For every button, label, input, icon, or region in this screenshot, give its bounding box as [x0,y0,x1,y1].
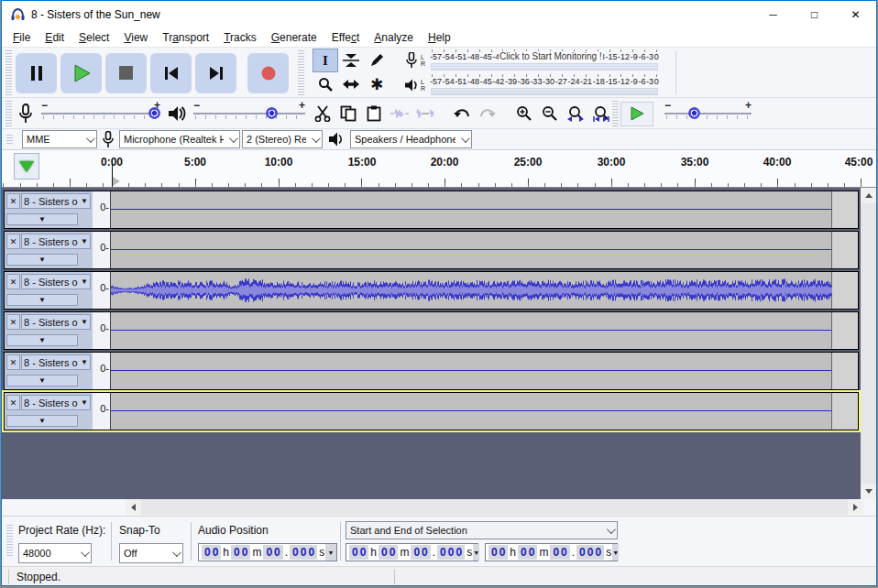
recording-meter[interactable]: LR -57-54-51-48-45-42-39-36-33-30-27-24-… [402,49,659,72]
toolbar-grip[interactable] [5,101,12,126]
toolbar-grip[interactable] [6,135,13,144]
toolbar-grip[interactable] [298,50,304,95]
recording-device-select[interactable]: Microphone (Realtek High [119,130,240,148]
track-close-button[interactable]: ✕ [6,234,20,249]
track-title-button[interactable]: 8 - Sisters o▼ [21,314,91,330]
recording-volume-slider[interactable]: −+ [41,104,160,123]
trim-audio-button[interactable] [387,102,412,126]
slider-thumb[interactable] [266,107,278,119]
timeshift-tool-button[interactable] [338,72,364,96]
cut-button[interactable] [310,102,335,126]
scroll-up-arrow[interactable] [861,188,876,203]
playback-device-select[interactable]: Speakers / Headphones (R [350,130,472,148]
play-at-speed-button[interactable] [620,102,653,126]
selection-start-field[interactable]: 00h 00m 00. 000s ▼ [346,543,478,561]
track-clip-area[interactable] [111,232,832,268]
track-expand-button[interactable]: ▼ [6,213,78,225]
track-vertical-ruler[interactable]: 0- [93,191,111,228]
toolbar-grip[interactable] [5,50,12,95]
track-close-button[interactable]: ✕ [6,395,20,410]
track-vertical-ruler[interactable]: 0- [93,312,111,349]
track-clip-area[interactable] [111,393,832,430]
track-expand-button[interactable]: ▼ [6,254,78,266]
stop-button[interactable] [105,53,147,93]
track-control-panel[interactable]: ✕ 8 - Sisters o▼ ▼ [5,312,93,349]
toolbar-grip[interactable] [6,525,13,558]
toolbar-grip[interactable] [612,101,619,126]
snap-to-select[interactable]: Off [119,543,183,563]
zoom-in-button[interactable] [511,102,537,126]
time-field-dropdown[interactable]: ▼ [325,544,336,561]
play-button[interactable] [60,53,102,93]
timeline-ruler[interactable]: 0:005:0010:0015:0020:0025:0030:0035:0040… [2,150,876,188]
track-expand-button[interactable]: ▼ [6,294,78,306]
play-speed-slider[interactable]: −+ [664,104,752,123]
playback-meter-scale[interactable]: -57-54-51-48-45-42-39-36-33-30-27-24-21-… [430,73,659,97]
track-close-button[interactable]: ✕ [6,193,20,209]
skip-to-end-button[interactable] [195,53,236,93]
track-close-button[interactable]: ✕ [6,354,20,370]
vertical-scrollbar[interactable] [861,188,876,499]
menu-item[interactable]: Analyze [367,29,421,46]
track-vertical-ruler[interactable]: 0- [93,393,111,430]
track-vertical-ruler[interactable]: 0- [93,272,111,309]
menu-item[interactable]: Select [71,29,116,46]
track-clip-area[interactable] [111,353,832,389]
menu-item[interactable]: Effect [324,29,367,46]
menu-item[interactable]: Transport [155,29,216,46]
track-expand-button[interactable]: ▼ [6,415,78,427]
track-control-panel[interactable]: ✕ 8 - Sisters o▼ ▼ [5,191,93,228]
silence-audio-button[interactable] [412,102,438,126]
track-clip-area[interactable] [111,272,832,309]
slider-thumb[interactable] [148,107,160,119]
track-control-panel[interactable]: ✕ 8 - Sisters o▼ ▼ [5,272,93,309]
track-close-button[interactable]: ✕ [6,314,20,330]
track-control-panel[interactable]: ✕ 8 - Sisters o▼ ▼ [5,393,93,430]
menu-item[interactable]: Generate [264,29,324,46]
audio-position-field[interactable]: 00h 00m 00. 000s ▼ [198,543,337,561]
time-field-dropdown[interactable]: ▼ [473,544,479,561]
project-rate-select[interactable]: 48000 [18,543,92,563]
zoom-tool-button[interactable] [313,72,338,96]
track-clip-area[interactable] [111,312,832,349]
waveform[interactable] [111,273,832,308]
menu-item[interactable]: Tracks [216,29,264,46]
track-control-panel[interactable]: ✕ 8 - Sisters o▼ ▼ [5,353,93,389]
menu-item[interactable]: Edit [38,29,71,46]
track-title-button[interactable]: 8 - Sisters o▼ [21,395,91,410]
track-expand-button[interactable]: ▼ [6,375,78,387]
track-title-button[interactable]: 8 - Sisters o▼ [21,274,91,289]
menu-item[interactable]: Help [421,29,458,46]
track-clip-area[interactable] [111,191,832,228]
scroll-down-arrow[interactable] [861,484,876,499]
record-button[interactable] [247,53,289,93]
scroll-right-arrow[interactable] [848,499,863,515]
zoom-selection-button[interactable] [563,102,588,126]
paste-button[interactable] [361,102,387,126]
menu-item[interactable]: File [5,29,38,46]
selection-end-field[interactable]: 00h 00m 00. 000s ▼ [485,543,618,561]
horizontal-scroll-thumb[interactable] [141,499,848,515]
playback-meter[interactable]: LR -57-54-51-48-45-42-39-36-33-30-27-24-… [402,73,659,97]
undo-button[interactable] [449,102,475,126]
menu-item[interactable]: View [116,29,155,46]
selection-mode-select[interactable]: Start and End of Selection [346,521,618,539]
selection-tool-button[interactable]: I [313,49,338,72]
track-vertical-ruler[interactable]: 0- [93,353,111,389]
close-button[interactable]: ✕ [835,2,876,28]
monitor-hint[interactable]: Click to Start Monitoring ! [499,51,603,61]
track-title-button[interactable]: 8 - Sisters o▼ [21,354,91,370]
track-expand-button[interactable]: ▼ [6,334,78,346]
track-control-panel[interactable]: ✕ 8 - Sisters o▼ ▼ [5,232,93,268]
track-title-button[interactable]: 8 - Sisters o▼ [21,234,91,249]
copy-button[interactable] [335,102,361,126]
audio-host-select[interactable]: MME [22,130,97,148]
recording-channels-select[interactable]: 2 (Stereo) Recor [242,130,323,148]
recording-meter-scale[interactable]: -57-54-51-48-45-42-39-36-33-30-27-24-21-… [430,49,659,72]
draw-tool-button[interactable] [364,49,390,72]
pause-button[interactable] [16,53,57,93]
track-vertical-ruler[interactable]: 0- [93,232,111,268]
zoom-out-button[interactable] [537,102,563,126]
envelope-tool-button[interactable] [338,49,364,72]
track-title-button[interactable]: 8 - Sisters o▼ [21,193,91,209]
